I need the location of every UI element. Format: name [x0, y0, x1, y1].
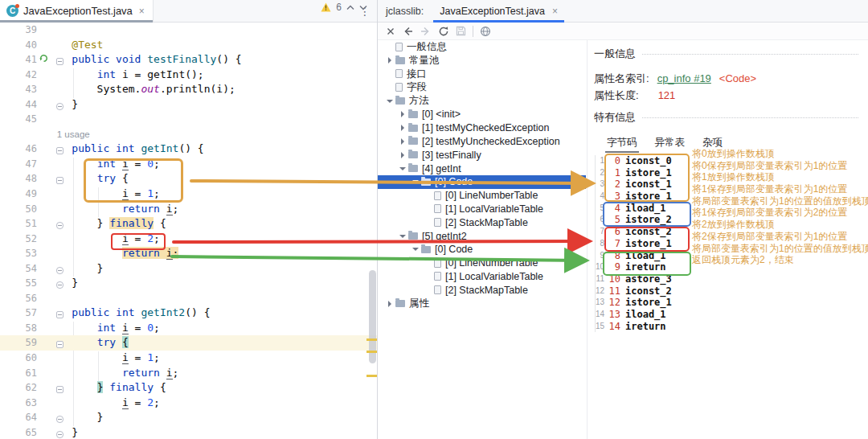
chevron-down-icon[interactable] — [399, 235, 407, 238]
code-line[interactable]: 42 int i = getInt(); — [0, 68, 377, 83]
code-line[interactable]: 58 int i = 0; — [0, 321, 377, 336]
browser-icon[interactable] — [479, 25, 491, 37]
detail-tab-2[interactable]: 异常表 — [655, 136, 686, 153]
chevron-right-icon[interactable] — [399, 111, 407, 117]
tree-item[interactable]: 属性 — [378, 297, 586, 310]
tree-item[interactable]: [3] testFinally — [378, 148, 586, 162]
tab-close-icon[interactable]: × — [139, 6, 145, 17]
tree-item[interactable]: 一般信息 — [378, 40, 586, 54]
tree-item[interactable]: 接口 — [378, 68, 586, 81]
code-segment: = — [129, 396, 147, 408]
code-line[interactable]: 61 return i; — [0, 366, 377, 381]
tree-item[interactable]: [1] testMyCheckedException — [378, 121, 586, 135]
tree-item[interactable]: [0] LineNumberTable — [378, 189, 586, 203]
chevron-down-icon[interactable] — [411, 180, 420, 183]
prev-issue-icon[interactable] — [346, 5, 354, 10]
code-line[interactable]: 40 @Test — [0, 38, 377, 53]
next-issue-icon[interactable] — [359, 5, 367, 10]
code-line[interactable]: 59 try { — [0, 335, 377, 351]
chevron-glyph — [412, 248, 419, 251]
tree-item[interactable]: [2] StackMapTable — [378, 215, 586, 229]
error-stripe-mark[interactable] — [366, 338, 377, 341]
cp-info-link[interactable]: cp_info #19 — [657, 72, 711, 84]
tree-item[interactable]: [5] getInt2 — [378, 229, 586, 243]
chevron-right-icon[interactable] — [399, 138, 407, 145]
forward-icon[interactable] — [420, 25, 432, 37]
chevron-right-icon[interactable] — [399, 125, 407, 131]
code-line[interactable]: 46 public int getInt() { — [0, 142, 377, 157]
tree-item[interactable]: [1] LocalVariableTable — [378, 203, 586, 216]
code-text: return i; — [47, 366, 377, 381]
bytecode-mnemonic[interactable]: istore_1 — [625, 297, 672, 309]
code-line[interactable]: 63 i = 2; — [0, 396, 377, 411]
code-text: 1 usage — [47, 127, 377, 142]
inlay-hint-row[interactable]: 1 usage — [0, 127, 377, 142]
code-line[interactable]: 52 i = 2; — [0, 232, 377, 247]
chevron-right-icon[interactable] — [399, 152, 407, 158]
tree-item[interactable]: [2] testMyUncheckedException — [378, 135, 586, 149]
code-line[interactable]: 47 int i = 0; — [0, 157, 377, 172]
error-stripe-mark[interactable] — [366, 375, 377, 377]
editor-scrollbar-thumb[interactable] — [369, 270, 376, 363]
code-line[interactable]: 65 } — [0, 425, 377, 439]
code-line[interactable]: 62 } finally { — [0, 380, 377, 396]
code-line[interactable]: 55 } — [0, 276, 377, 291]
editor-tab[interactable]: C JavaExceptionTest.java × — [0, 0, 154, 22]
code-line[interactable]: 44 } — [0, 97, 377, 113]
code-segment: () { — [216, 53, 241, 65]
usage-hint[interactable]: 1 usage — [47, 129, 90, 139]
code-line[interactable]: 41 public void testFinally() { — [0, 52, 377, 68]
chevron-down-icon[interactable] — [386, 100, 394, 103]
tree-item[interactable]: [0] <init> — [378, 108, 586, 121]
reload-icon[interactable] — [437, 25, 449, 37]
tree-item[interactable]: [4] getInt — [378, 162, 586, 175]
chevron-right-icon[interactable] — [386, 301, 394, 307]
code-line[interactable]: 39 — [0, 23, 377, 38]
code-line[interactable]: 53 return i; — [0, 246, 377, 261]
tree-item[interactable]: [2] StackMapTable — [378, 283, 586, 297]
specific-info-section-header: 特有信息 — [594, 110, 858, 125]
tree-item[interactable]: 常量池 — [378, 54, 586, 68]
chevron-down-icon[interactable] — [399, 167, 407, 170]
code-line[interactable]: 64 } — [0, 410, 377, 425]
tree-item[interactable]: [1] LocalVariableTable — [378, 270, 586, 284]
detail-tab-1[interactable]: 字节码 — [607, 136, 637, 153]
code-line[interactable]: 50 return i; — [0, 202, 377, 217]
code-line[interactable]: 49 i = 1; — [0, 187, 377, 202]
code-line[interactable]: 56 — [0, 291, 377, 306]
folder-icon — [395, 97, 405, 105]
close-icon[interactable] — [384, 25, 396, 37]
tree-item[interactable]: 字段 — [378, 80, 586, 94]
jclasslib-toolbar — [378, 23, 868, 40]
chevron-glyph — [412, 180, 419, 183]
code-line[interactable]: 45 — [0, 112, 377, 127]
chevron-down-icon[interactable] — [411, 248, 420, 251]
tree-item[interactable]: [0] LineNumberTable — [378, 256, 586, 270]
editor-body[interactable]: 3940 @Test41 public void testFinally() {… — [0, 23, 377, 439]
code-line[interactable]: 54 } — [0, 261, 377, 277]
code-line[interactable]: 48 try { — [0, 171, 377, 187]
tree-item-label: 一般信息 — [407, 40, 447, 54]
folder-icon — [395, 57, 405, 64]
code-segment: finally — [109, 381, 154, 393]
bytecode-line-number: 12 — [594, 285, 604, 297]
code-segment — [47, 367, 122, 379]
code-line[interactable]: 60 i = 1; — [0, 351, 377, 366]
bytecode-mnemonic[interactable]: iload_1 — [625, 309, 666, 321]
tree-item-selected[interactable]: [0] Code — [378, 175, 586, 189]
tree-item[interactable]: [0] Code — [378, 243, 586, 256]
bytecode-mnemonic[interactable]: iconst_2 — [625, 285, 672, 297]
back-icon[interactable] — [402, 25, 414, 37]
chevron-right-icon[interactable] — [386, 57, 394, 64]
bytecode-mnemonic[interactable]: ireturn — [625, 321, 666, 333]
inspections-widget[interactable]: 6 — [321, 2, 367, 13]
code-line[interactable]: 51 } finally { — [0, 216, 377, 232]
error-stripe-mark[interactable] — [366, 351, 377, 353]
jclasslib-tab-close-icon[interactable]: × — [552, 6, 558, 17]
code-line[interactable]: 43 System.out.println(i); — [0, 82, 377, 97]
code-line[interactable]: 57 public int getInt2() { — [0, 306, 377, 321]
jclasslib-tab[interactable]: JavaExceptionTest.java × — [432, 0, 566, 22]
tree-item[interactable]: 方法 — [378, 94, 586, 108]
save-icon[interactable] — [455, 25, 467, 37]
panel-title: jclasslib: — [378, 6, 432, 17]
